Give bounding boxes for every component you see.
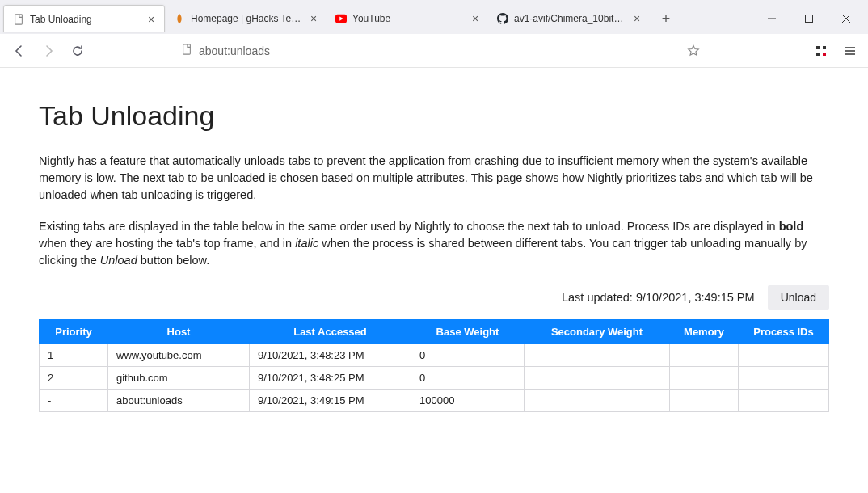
apps-icon[interactable] — [810, 40, 832, 62]
svg-rect-10 — [823, 53, 826, 56]
tab-title: YouTube — [352, 13, 464, 24]
close-icon[interactable]: × — [145, 13, 158, 26]
tab-title: Homepage | gHacks Techno — [191, 13, 302, 24]
youtube-icon — [335, 12, 348, 25]
toolbar: about:unloads — [0, 34, 868, 68]
cell-secweight — [525, 390, 670, 412]
cell-procids — [739, 344, 829, 367]
address-bar[interactable]: about:unloads — [175, 38, 711, 64]
toolbar-right — [810, 40, 862, 62]
url-text: about:unloads — [199, 44, 676, 57]
cell-baseweight: 0 — [411, 367, 525, 390]
cell-host: github.com — [108, 367, 250, 390]
cell-baseweight: 100000 — [411, 390, 525, 412]
close-icon[interactable]: × — [307, 12, 320, 25]
col-secweight: Secondary Weight — [525, 320, 670, 344]
cell-memory — [670, 367, 739, 390]
tab-github[interactable]: av1-avif/Chimera_10bit_cro × — [488, 5, 650, 32]
col-procids: Process IDs — [739, 320, 829, 344]
maximize-button[interactable] — [790, 5, 828, 32]
intro-paragraph-1: Nightly has a feature that automatically… — [39, 153, 829, 204]
back-button[interactable] — [6, 38, 32, 64]
page-title: Tab Unloading — [39, 100, 829, 132]
svg-rect-7 — [816, 46, 820, 49]
bookmark-star-icon[interactable] — [682, 40, 705, 62]
tab-ghacks[interactable]: Homepage | gHacks Techno × — [165, 5, 327, 32]
col-accessed: Last Accessed — [250, 320, 411, 344]
bold-text: bold — [779, 220, 804, 233]
col-host: Host — [108, 320, 250, 344]
svg-rect-6 — [183, 44, 191, 53]
cell-accessed: 9/10/2021, 3:48:23 PM — [250, 344, 411, 367]
table-header-row: Priority Host Last Accessed Base Weight … — [40, 320, 829, 344]
cell-procids — [739, 390, 829, 412]
page-icon — [12, 13, 25, 26]
last-updated: Last updated: 9/10/2021, 3:49:15 PM — [562, 291, 755, 304]
tab-youtube[interactable]: YouTube × — [327, 5, 488, 32]
status-row: Last updated: 9/10/2021, 3:49:15 PM Unlo… — [39, 285, 829, 310]
cell-memory — [670, 390, 739, 412]
tabs-table: Priority Host Last Accessed Base Weight … — [39, 319, 829, 412]
tab-title: Tab Unloading — [30, 14, 140, 25]
svg-rect-8 — [823, 46, 826, 49]
table-row: 2 github.com 9/10/2021, 3:48:25 PM 0 — [40, 367, 829, 390]
close-icon[interactable]: × — [469, 12, 482, 25]
italic-text: Unload — [100, 254, 137, 267]
cell-host: www.youtube.com — [108, 344, 250, 367]
cell-accessed: 9/10/2021, 3:49:15 PM — [250, 390, 411, 412]
svg-rect-0 — [15, 14, 23, 23]
tab-bar: Tab Unloading × Homepage | gHacks Techno… — [0, 0, 868, 34]
unload-button[interactable]: Unload — [768, 285, 829, 310]
new-tab-button[interactable]: + — [655, 7, 677, 30]
menu-button[interactable] — [839, 40, 862, 62]
forward-button[interactable] — [36, 38, 61, 64]
close-window-button[interactable] — [828, 5, 865, 32]
table-row: 1 www.youtube.com 9/10/2021, 3:48:23 PM … — [40, 344, 829, 367]
col-memory: Memory — [670, 320, 739, 344]
svg-rect-3 — [806, 15, 813, 23]
italic-text: italic — [295, 237, 318, 250]
window-controls — [753, 5, 865, 32]
cell-priority: - — [40, 390, 108, 412]
tab-unloading[interactable]: Tab Unloading × — [3, 5, 165, 32]
cell-secweight — [525, 344, 670, 367]
cell-procids — [739, 367, 829, 390]
cell-secweight — [525, 367, 670, 390]
page-content: Tab Unloading Nightly has a feature that… — [0, 68, 868, 445]
cell-accessed: 9/10/2021, 3:48:25 PM — [250, 367, 411, 390]
github-icon — [496, 12, 509, 25]
cell-host: about:unloads — [108, 390, 250, 412]
col-baseweight: Base Weight — [411, 320, 525, 344]
reload-button[interactable] — [65, 38, 91, 64]
minimize-button[interactable] — [753, 5, 790, 32]
close-icon[interactable]: × — [630, 12, 643, 25]
svg-rect-9 — [816, 53, 820, 56]
cell-priority: 2 — [40, 367, 108, 390]
tab-title: av1-avif/Chimera_10bit_cro — [514, 13, 626, 24]
page-info-icon[interactable] — [181, 44, 192, 58]
cell-baseweight: 0 — [411, 344, 525, 367]
cell-priority: 1 — [40, 344, 108, 367]
table-row: - about:unloads 9/10/2021, 3:49:15 PM 10… — [40, 390, 829, 412]
col-priority: Priority — [40, 320, 108, 344]
intro-paragraph-2: Existing tabs are displayed in the table… — [39, 218, 829, 269]
cell-memory — [670, 344, 739, 367]
ghacks-icon — [173, 12, 186, 25]
